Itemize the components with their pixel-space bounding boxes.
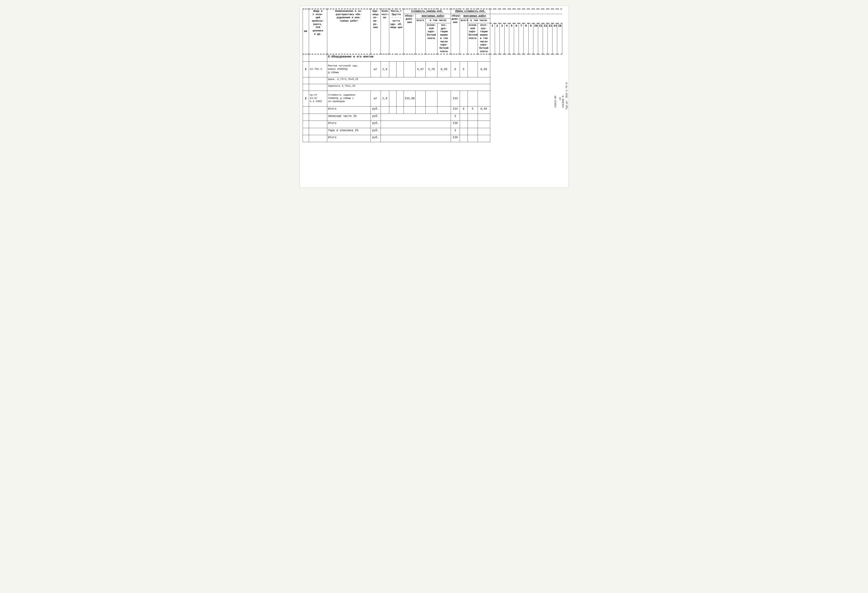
tot1-shifr [309, 114, 327, 121]
col-n-6: 6 [514, 23, 519, 55]
h-ob-plat2: платы [480, 50, 488, 53]
h-shifr-l1: Шифр и [313, 10, 322, 13]
row2-steim-mt-eks [437, 91, 451, 106]
header-shifr: Шифр и # пози- ций прейску- ранта, УСН ц… [309, 9, 327, 54]
row1-ed: шт [371, 61, 381, 77]
h-shifr-l8: и др. [314, 33, 322, 35]
tot0-mb [389, 106, 396, 114]
tot3-omv [460, 128, 468, 135]
header-steim-mont-vs: всего [415, 19, 425, 54]
h-naim-l3: рудования и мон- [337, 16, 361, 19]
col-n-14: I4 [552, 23, 557, 55]
row1-num: I [303, 61, 309, 77]
row2-obsh-mt-eks [478, 91, 490, 106]
tot4-label: Итого [327, 135, 371, 142]
h-ob-eks: эксп- [480, 24, 488, 27]
tot1-ome [478, 114, 490, 121]
h-st-osn2: ной [429, 27, 434, 30]
col-n-15: IE [557, 23, 562, 55]
note2-text: Зарплата 3,76хI,25 [327, 84, 490, 91]
header-row-1: №№ Шифр и # пози- ций прейску- ранта, УС… [303, 9, 562, 14]
header-obsh-obor: обору- дова- ния [451, 14, 460, 54]
h-ob-botn: ботной [479, 47, 488, 50]
h-st-chisle: числе [440, 40, 448, 43]
h-obsh-ob: обору- [452, 15, 461, 18]
row1-obsh-mt-vs: 5 [460, 61, 468, 77]
note2-shifr [309, 84, 327, 91]
header-mass: Масса,т брутто - - - - нетто еди- об- ни… [389, 9, 404, 54]
row2-naim: Стоимость задвижки 3Ч906бр д-100мм с эл.… [327, 91, 371, 106]
header-obsh-mont-eks: эксп- луа- тации машин в том числе зара-… [478, 23, 490, 55]
h-mass-l3: нетто [392, 20, 400, 22]
row1-note1-row: Цена: 4,73+3,76х0,25 [303, 77, 562, 84]
section-shifr [309, 54, 327, 61]
col-n-4: 4 [504, 23, 509, 55]
col-n-2: 2 [495, 23, 499, 55]
h-ob-plat: платы [469, 37, 477, 40]
tot3-omo [468, 128, 478, 135]
album-label: Альбом 8 [562, 96, 565, 108]
row1-steim-ob [404, 61, 415, 77]
row2-obsh-mt-vs [460, 91, 468, 106]
header-steim-obor: обору- дова- ния [404, 14, 415, 54]
h-st-botn: ботной [440, 47, 449, 50]
h-ob-vtm: в том [480, 37, 488, 40]
page-container: №№ Шифр и # пози- ций прейску- ранта, УС… [300, 6, 569, 188]
note1-num [303, 77, 309, 84]
row1-mass-br [389, 61, 396, 77]
tot1-omv [460, 114, 468, 121]
row1-shifr: I2-792-4 [309, 61, 327, 77]
tot3-shifr [309, 128, 327, 135]
tot0-smo [425, 106, 437, 114]
tot1-ob: 3 [451, 114, 460, 121]
header-steim-mont-title: монтажных работ [415, 14, 451, 19]
tot1-label: Запасные части 2% [327, 114, 371, 121]
row1-naim: Монтаж чугунной зад- вижки 3Ч906бр Д-100… [327, 61, 371, 77]
h-shifr-l3: ций [316, 16, 320, 19]
h-ob-osn: основ- [469, 24, 478, 27]
main-content: №№ Шифр и # пози- ций прейску- ранта, УС… [303, 9, 562, 185]
total-row-1: Запасные части 2% руб. 3 [303, 114, 562, 121]
h-mass-l1: Масса,т [391, 10, 402, 13]
tot2-label: Итого [327, 121, 371, 128]
tot0-kol [381, 106, 389, 114]
header-steim-title: Стоимость единиц,руб. [404, 9, 451, 14]
h-ed-l2: ница [372, 13, 379, 16]
col-n-12: I2 [543, 23, 548, 55]
row2-mass-br [389, 91, 396, 106]
col-n-5: 5 [509, 23, 514, 55]
header-ed: Еди- ница из- ме- ре- ния [371, 9, 381, 54]
tot0-num [303, 106, 309, 114]
row2-mass-net [396, 91, 404, 106]
row1-kol: I,0 [381, 61, 389, 77]
header-obsh-mont-vs: всего [460, 19, 468, 54]
h-kol-l3: во [383, 16, 387, 19]
h-st-plat2: платы [440, 50, 448, 53]
col-n-3: 3 [499, 23, 504, 55]
tot2-ome [478, 121, 490, 128]
total-row-2: Итого руб. I36 [303, 121, 562, 128]
tot0-label: Итого [327, 106, 371, 114]
h-st-mash: машин [440, 34, 448, 37]
h-st-eks: экс- [441, 24, 447, 27]
col-n-1: I [490, 23, 495, 55]
col-n-7: 7 [519, 23, 524, 55]
row2-kol: I,0 [381, 91, 389, 106]
note2-num [303, 84, 309, 91]
data-row-2: 2 пр-нт 23-07 п.I-I803 Стоимость задвижк… [303, 91, 562, 106]
row2-shifr: пр-нт 23-07 п.I-I803 [309, 91, 327, 106]
side-labels: Typ.pr. B16-1-76-8 Альбом 8 67 21012-05 [562, 9, 568, 185]
col-n-8: 8 [524, 23, 528, 55]
tot4-shifr [309, 135, 327, 142]
row1-obsh-ob: 6 [451, 61, 460, 77]
tot3-empty [381, 128, 451, 135]
header-num: №№ [303, 9, 309, 54]
row1-steim-mt-osn: 4,70 [425, 61, 437, 77]
h-obsh-ob3: ния [453, 21, 458, 24]
row2-ed: шт [371, 91, 381, 106]
section-num [303, 54, 309, 61]
row2-obsh-mt-osn [468, 91, 478, 106]
header-steim-mont-osn: основ- ной зара- ботной платы [425, 23, 437, 55]
tot2-num [303, 121, 309, 128]
row1-note2-row: Зарплата 3,76хI,25 [303, 84, 562, 91]
